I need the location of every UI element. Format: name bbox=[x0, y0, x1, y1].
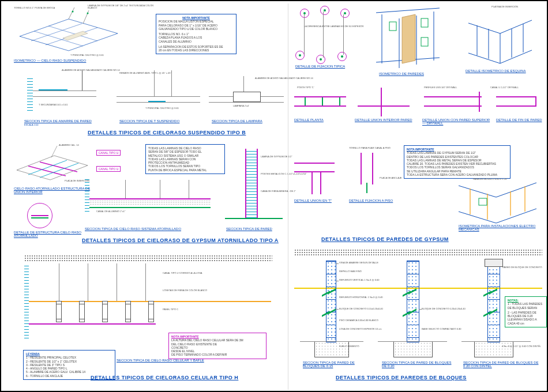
title-paredes-gyp: DETALLES TIPICOS DE PAREDES DE GYPSUM bbox=[321, 236, 449, 242]
label: ALAMBRE CAL. 14 bbox=[59, 144, 79, 146]
isometric-ceiling bbox=[14, 5, 123, 59]
sec-pared: LAMINA DE GYPSUM DE 1/2" POSTES METALICO… bbox=[225, 144, 283, 228]
iso-corner-title: DETALLE ISOMETRICO DE ESQUINA bbox=[466, 69, 526, 73]
label: T PRINCIPAL CELOTEX @ 0.61 bbox=[70, 54, 104, 56]
svg-rect-23 bbox=[389, 22, 396, 31]
note-gypsum-a: TODAS LAS LAMINAS DE CIELO RASOSERAN DE … bbox=[145, 144, 225, 174]
iso-atorn-title: CIELO RASO ATORNILLADO ESTRUCTURA DE UNI… bbox=[14, 187, 95, 194]
note-importante-1: NOTA IMPORTANTE POSICION DE MALLA LISTON… bbox=[156, 14, 237, 54]
sec-amarre: ALAMBRE DE ACERO GALVANIZADO CALIBRE NO.… bbox=[27, 70, 102, 119]
iso-corner bbox=[463, 13, 538, 67]
svg-line-5 bbox=[69, 7, 74, 19]
fix-title: DETALLE DE FIJACION TIPICA bbox=[295, 65, 345, 68]
sec-lamp: ALAMBRE DE ACERO GALVANIZADO CALIBRE NO.… bbox=[209, 70, 284, 119]
svg-line-1 bbox=[34, 31, 83, 46]
sec-t-title: SECCION TIPICA DE T SUSPENDIDO bbox=[119, 119, 179, 123]
circle-detail bbox=[27, 203, 52, 228]
svg-marker-0 bbox=[20, 19, 118, 51]
label: TORNILLO NO.6 1" PUNTA DE BROCA bbox=[14, 7, 55, 9]
svg-line-6 bbox=[83, 10, 89, 24]
title-tipo-h: DETALLES TIPICOS DE CIELORASO CELULAR TI… bbox=[91, 375, 238, 380]
drawing-sheet: TORNILLO NO.6 1" PUNTA DE BROCA LAMINA D… bbox=[0, 0, 548, 392]
svg-line-2 bbox=[48, 26, 97, 41]
svg-rect-35 bbox=[479, 198, 487, 205]
canal-u-box-1: CANAL TIPO U bbox=[96, 150, 121, 156]
sec-t: REMATE DE ALUMINIO ANG. TIPO L @ 45° x 4… bbox=[117, 70, 200, 119]
note-celular: NOTA IMPORTANTE LA ALTURA DEL CIELO RASO… bbox=[168, 333, 267, 359]
svg-rect-25 bbox=[421, 37, 428, 46]
block-sections: SECCION TIPICA DE PARED DE BLOQUES DE 0.… bbox=[294, 256, 542, 371]
platina-label: PLATINA DE INSERCION bbox=[491, 6, 518, 8]
label-espesor: LA DIFERENCIA ENTRE LAMINAS ES DE SU ESP… bbox=[304, 25, 373, 28]
canal-u-box-2: CANAL TIPO U bbox=[96, 166, 121, 172]
sec-atorn-central: CANAL DE ALUMINIO 2"x1" bbox=[85, 177, 212, 226]
svg-point-8 bbox=[87, 13, 89, 14]
plan-details: DETALLE PLANTA DETALLE UNION INTERIOR PA… bbox=[294, 85, 542, 140]
fixation-detail bbox=[294, 6, 381, 63]
notas-box: NOTAS: 1 - TODAS LAS PAREDES DE BLOQUES … bbox=[505, 296, 547, 327]
sec-celular-title: SECCION TIPICA DE CIELO RASO CELULAR Y B… bbox=[117, 359, 204, 362]
svg-line-21 bbox=[376, 8, 440, 13]
iso-walls bbox=[370, 6, 457, 72]
svg-marker-9 bbox=[63, 31, 88, 40]
detail-row-2: DETALLE UNION EN 'T' DETALLE FIJACION A … bbox=[294, 148, 542, 232]
svg-marker-10 bbox=[17, 156, 88, 180]
svg-point-7 bbox=[72, 11, 74, 13]
svg-marker-22 bbox=[402, 14, 415, 63]
title-paredes-blk: DETALLES TIPICOS DE PAREDES DE BLOQUES bbox=[336, 375, 467, 380]
label: LAMINA DE GYPSUM DE 5/8" DE 2'x4' TEXTUR… bbox=[88, 5, 157, 10]
svg-rect-24 bbox=[421, 18, 428, 27]
sec-pared-title: SECCION TIPICA DE PARED bbox=[226, 227, 272, 231]
sec-amarre-title: SECCION TIPICA DE AMARRE DE PARED bbox=[24, 119, 92, 123]
title-tipo-b: DETALLES TIPICOS DE CIELORASO SUSPENDIDO… bbox=[88, 130, 246, 135]
iso-walls-title: ISOMETRICO DE PAREDES bbox=[379, 72, 424, 76]
sec-atorn-title: SECCION TIPICA DE CIELO RASO SISTEMA ATO… bbox=[85, 227, 181, 231]
note-gypwall: NOTA IMPORTANTE TODAS LAS LAMINAS DE GYP… bbox=[404, 145, 511, 179]
det-estructura-title: DETALLE DE ESTRUCTURA CIELO RASO ATORNIL… bbox=[14, 231, 83, 238]
title-tipo-a: DETALLES TIPICOS DE CIELORASO DE GYPSUM … bbox=[82, 238, 279, 243]
iso-ceiling-title: ISOMETRICO — CIELO RASO SUSPENDIDO bbox=[14, 59, 86, 62]
sec-lamp-title: SECCION TIPICA DE LAMPARA bbox=[212, 119, 262, 123]
ceiling-hatch bbox=[24, 255, 272, 262]
svg-line-3 bbox=[31, 24, 82, 41]
